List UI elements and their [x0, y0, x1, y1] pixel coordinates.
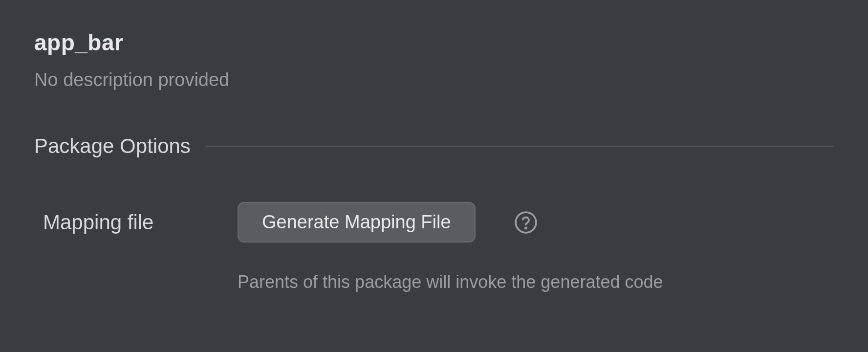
generate-mapping-file-button[interactable]: Generate Mapping File: [238, 202, 476, 242]
section-header: Package Options: [34, 134, 834, 158]
section-divider: [205, 146, 834, 147]
package-header: app_bar No description provided: [34, 29, 834, 90]
mapping-file-controls: Generate Mapping File: [238, 202, 538, 242]
svg-point-0: [516, 212, 536, 233]
section-title: Package Options: [34, 134, 191, 158]
help-icon[interactable]: [514, 210, 538, 235]
mapping-file-helper-text: Parents of this package will invoke the …: [34, 272, 834, 292]
package-title: app_bar: [34, 29, 834, 56]
mapping-file-option-row: Mapping file Generate Mapping File: [34, 202, 834, 242]
mapping-file-label: Mapping file: [43, 211, 238, 234]
svg-point-1: [525, 227, 526, 228]
package-description: No description provided: [34, 69, 834, 90]
